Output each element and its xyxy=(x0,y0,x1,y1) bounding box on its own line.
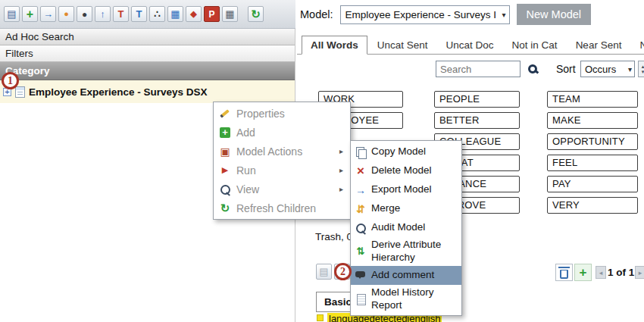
section-filters[interactable]: Filters xyxy=(0,45,295,62)
submenu-item-export-model[interactable]: Export Model xyxy=(351,180,461,199)
submenu-item-derive-attribute-hierarchy[interactable]: Derive Attribute Hierarchy xyxy=(351,237,461,266)
refresh-icon[interactable] xyxy=(248,6,264,22)
app: { "colors": { "highlight_row": "#7e98b4"… xyxy=(0,0,644,322)
menu-item-add[interactable]: Add xyxy=(214,123,350,142)
audit-icon xyxy=(355,222,367,234)
tab-label: Uncat Doc xyxy=(446,39,494,51)
word-box[interactable]: MAKE xyxy=(547,112,638,129)
document-icon xyxy=(15,86,25,98)
menu-item-label: View xyxy=(236,183,334,195)
tree-item-label: Employee Experience - Surveys DSX xyxy=(29,86,208,98)
section-ad-hoc-search[interactable]: Ad Hoc Search xyxy=(0,29,295,45)
submenu-item-copy-model[interactable]: Copy Model xyxy=(351,142,461,161)
word-box[interactable]: BETTER xyxy=(434,112,520,129)
pager-prev-button[interactable] xyxy=(596,266,606,279)
search-icon xyxy=(528,64,537,73)
comment-icon[interactable] xyxy=(77,6,92,22)
new-model-button[interactable]: New Model xyxy=(517,4,592,25)
tree-item-model[interactable]: Employee Experience - Surveys DSX xyxy=(0,80,295,103)
menu-item-refresh-children[interactable]: Refresh Children xyxy=(214,199,350,217)
model-select[interactable]: Employee Experience - Surveys I xyxy=(340,5,510,24)
menu-item-label: Add xyxy=(236,127,334,139)
submenu-item-label: Merge xyxy=(371,202,458,215)
derive-icon xyxy=(355,245,367,258)
refresh-icon xyxy=(219,202,231,214)
tab-label: Not in Cat xyxy=(512,39,558,51)
word-box[interactable]: OPPORTUNITY xyxy=(547,133,638,150)
word-box[interactable]: FEEL xyxy=(547,155,638,171)
add-grid-icon[interactable] xyxy=(22,6,38,22)
table-icon[interactable] xyxy=(222,6,238,22)
menu-item-label: Run xyxy=(236,164,334,177)
submenu-item-label: Model History Report xyxy=(371,286,458,312)
merge-icon xyxy=(355,203,367,215)
menu-item-label: Model Actions xyxy=(236,145,334,158)
pdf-icon[interactable] xyxy=(204,6,220,22)
word-box[interactable]: PEOPLE xyxy=(434,91,520,108)
menu-item-properties[interactable]: Properties xyxy=(214,104,350,123)
submenu-item-label: Export Model xyxy=(371,183,458,196)
chevron-down-icon xyxy=(502,11,506,19)
tab-label: Near Sent xyxy=(576,39,622,51)
search-input[interactable] xyxy=(436,61,521,77)
submenu-item-label: Copy Model xyxy=(371,145,458,158)
run-icon xyxy=(219,164,231,177)
text-blue-icon[interactable] xyxy=(131,6,147,22)
submenu-item-add-comment[interactable]: Add comment xyxy=(351,266,461,285)
model-bar: Model: Employee Experience - Surveys I N… xyxy=(295,0,644,29)
submenu-item-delete-model[interactable]: Delete Model xyxy=(351,161,461,180)
tab-label: Near Doc xyxy=(639,39,644,51)
tab-near-doc[interactable]: Near Doc xyxy=(631,36,644,54)
sort-direction-spinner[interactable] xyxy=(638,61,644,77)
word-box[interactable]: PAY xyxy=(547,176,638,192)
tag-red-icon[interactable] xyxy=(186,6,202,22)
table-blue-icon[interactable] xyxy=(167,6,183,22)
report-icon xyxy=(355,293,367,305)
model-select-value: Employee Experience - Surveys I xyxy=(345,9,497,20)
export-page-icon[interactable] xyxy=(40,6,56,22)
sort-label: Sort xyxy=(556,63,576,75)
search-button[interactable] xyxy=(524,61,541,77)
tab-uncat-doc[interactable]: Uncat Doc xyxy=(438,36,502,54)
save-icon[interactable] xyxy=(316,264,332,280)
submenu-item-label: Delete Model xyxy=(371,164,458,177)
hierarchy-icon[interactable] xyxy=(149,6,165,22)
tab-all-words[interactable]: All Words xyxy=(302,36,367,55)
add-button[interactable] xyxy=(574,264,592,281)
word-tabs: All WordsUncat SentUncat DocNot in CatNe… xyxy=(297,36,644,55)
text-red-icon[interactable] xyxy=(113,6,129,22)
save-icon[interactable] xyxy=(4,6,20,22)
word-box[interactable]: TEAM xyxy=(547,91,638,108)
search-sort-row: Sort Occurs xyxy=(297,61,644,79)
tab-not-in-cat[interactable]: Not in Cat xyxy=(504,36,566,54)
model-actions-icon xyxy=(219,145,231,158)
annotation-step-1: 1 xyxy=(2,72,19,89)
trash-button[interactable] xyxy=(555,264,573,281)
export-icon xyxy=(355,184,367,196)
tab-uncat-sent[interactable]: Uncat Sent xyxy=(369,36,436,54)
pencil-icon xyxy=(219,108,231,120)
pager-next-button[interactable] xyxy=(635,266,644,279)
section-category[interactable]: Category xyxy=(0,62,295,80)
comment-icon xyxy=(355,269,367,281)
menu-item-view[interactable]: View ▸ xyxy=(214,180,350,199)
annotation-step-2: 2 xyxy=(334,263,352,280)
submenu-item-model-history-report[interactable]: Model History Report xyxy=(351,285,461,314)
menu-item-run[interactable]: Run ▸ xyxy=(214,161,350,180)
add-icon xyxy=(219,127,231,139)
submenu-item-merge[interactable]: Merge xyxy=(351,199,461,218)
submenu-item-audit-model[interactable]: Audit Model xyxy=(351,218,461,237)
submenu-arrow-icon: ▸ xyxy=(339,147,345,155)
tab-label: All Words xyxy=(311,39,358,51)
tab-near-sent[interactable]: Near Sent xyxy=(567,36,630,54)
submenu-arrow-icon: ▸ xyxy=(339,166,345,174)
upload-icon[interactable] xyxy=(95,6,111,22)
submenu-item-label: Audit Model xyxy=(371,221,458,234)
page-settings-icon[interactable] xyxy=(58,6,74,22)
word-box[interactable]: VERY xyxy=(547,197,638,214)
model-label: Model: xyxy=(300,8,333,20)
sort-select[interactable]: Occurs xyxy=(580,61,635,77)
menu-item-model-actions[interactable]: Model Actions ▸ xyxy=(214,142,350,161)
trash-icon xyxy=(560,270,568,279)
copy-icon xyxy=(355,146,367,158)
